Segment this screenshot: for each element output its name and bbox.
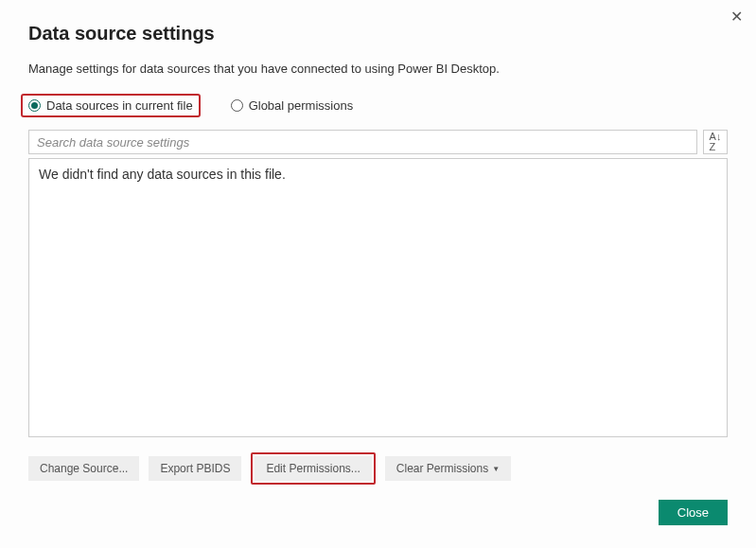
- search-row: A↓Z: [28, 130, 728, 154]
- empty-state-message: We didn't find any data sources in this …: [39, 167, 717, 182]
- radio-icon: [231, 99, 243, 112]
- radio-current-file[interactable]: Data sources in current file: [28, 98, 193, 113]
- chevron-down-icon: ▼: [492, 465, 500, 473]
- button-label: Clear Permissions: [396, 462, 488, 475]
- edit-permissions-button[interactable]: Edit Permissions...: [255, 456, 371, 481]
- page-title: Data source settings: [28, 23, 728, 44]
- action-button-row: Change Source... Export PBIDS Edit Permi…: [28, 456, 728, 481]
- radio-icon: [28, 99, 41, 112]
- data-source-list[interactable]: We didn't find any data sources in this …: [28, 158, 728, 437]
- radio-global-permissions[interactable]: Global permissions: [231, 98, 354, 113]
- close-icon[interactable]: ✕: [730, 9, 743, 25]
- radio-label: Data sources in current file: [46, 98, 193, 113]
- highlight-edit-permissions: Edit Permissions...: [251, 452, 375, 485]
- export-pbids-button[interactable]: Export PBIDS: [149, 456, 241, 481]
- search-input[interactable]: [28, 130, 697, 154]
- sort-button[interactable]: A↓Z: [703, 130, 728, 154]
- sort-az-icon: A↓Z: [710, 132, 722, 152]
- close-button[interactable]: Close: [659, 500, 728, 525]
- page-subtitle: Manage settings for data sources that yo…: [28, 62, 728, 76]
- radio-label: Global permissions: [249, 98, 354, 113]
- clear-permissions-button[interactable]: Clear Permissions ▼: [385, 456, 511, 481]
- change-source-button[interactable]: Change Source...: [28, 456, 139, 481]
- highlight-current-file: Data sources in current file: [21, 94, 201, 117]
- scope-radio-group: Data sources in current file Global perm…: [28, 98, 728, 113]
- dialog-footer: Close: [659, 500, 728, 525]
